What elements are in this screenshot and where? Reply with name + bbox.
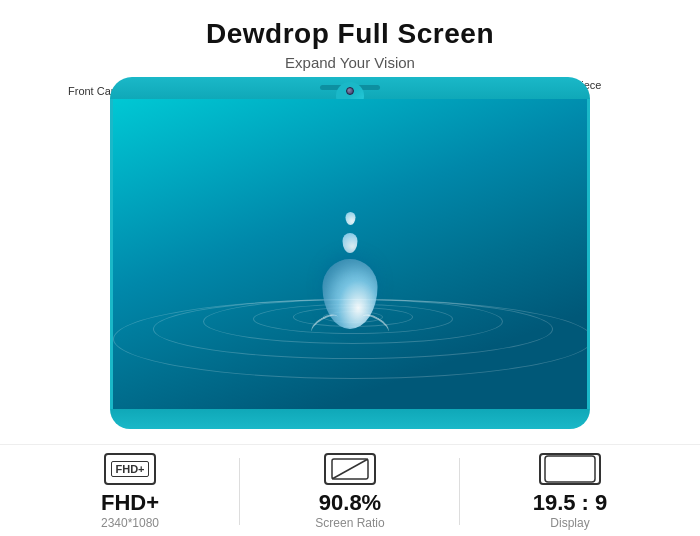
ratio-value: 90.8% xyxy=(319,491,381,515)
drop-small-2 xyxy=(343,233,358,253)
main-title: Dewdrop Full Screen xyxy=(206,18,494,50)
phone-top-bezel xyxy=(110,77,590,99)
stat-display: 19.5 : 9 Display xyxy=(460,453,680,530)
sub-title: Expand Your Vision xyxy=(206,54,494,71)
stat-fhd: FHD+ FHD+ 2340*1080 xyxy=(20,453,240,530)
phone-frame xyxy=(110,77,590,429)
display-value: 19.5 : 9 xyxy=(533,491,608,515)
ratio-icon xyxy=(331,458,369,480)
drop-small-1 xyxy=(345,212,355,225)
front-camera-dot xyxy=(346,87,354,95)
stats-section: FHD+ FHD+ 2340*1080 90.8% Screen Ratio xyxy=(0,444,700,536)
display-icon xyxy=(544,455,596,483)
stat-fhd-icon-box: FHD+ xyxy=(104,453,156,485)
fhd-sub: 2340*1080 xyxy=(101,516,159,530)
dewdrop-notch xyxy=(336,82,364,100)
stat-ratio-icon-box xyxy=(324,453,376,485)
svg-line-4 xyxy=(332,459,368,479)
svg-rect-5 xyxy=(545,456,595,482)
phone-visual: Front Camera Light & Distance Sensor Ear… xyxy=(0,77,700,444)
notch-container xyxy=(336,82,364,100)
title-section: Dewdrop Full Screen Expand Your Vision xyxy=(206,0,494,77)
splash xyxy=(310,317,390,337)
stat-screen-ratio: 90.8% Screen Ratio xyxy=(240,453,460,530)
stat-display-icon-box xyxy=(539,453,601,485)
drop-group xyxy=(323,212,378,329)
screen-area xyxy=(113,99,587,409)
water-scene xyxy=(113,99,587,409)
fhd-value: FHD+ xyxy=(101,491,159,515)
page-wrapper: Dewdrop Full Screen Expand Your Vision F… xyxy=(0,0,700,536)
fhd-badge-icon: FHD+ xyxy=(111,461,148,477)
phone-outer xyxy=(110,99,590,409)
ratio-label: Screen Ratio xyxy=(315,516,384,530)
phone-bottom-bezel xyxy=(110,409,590,429)
display-label: Display xyxy=(550,516,589,530)
